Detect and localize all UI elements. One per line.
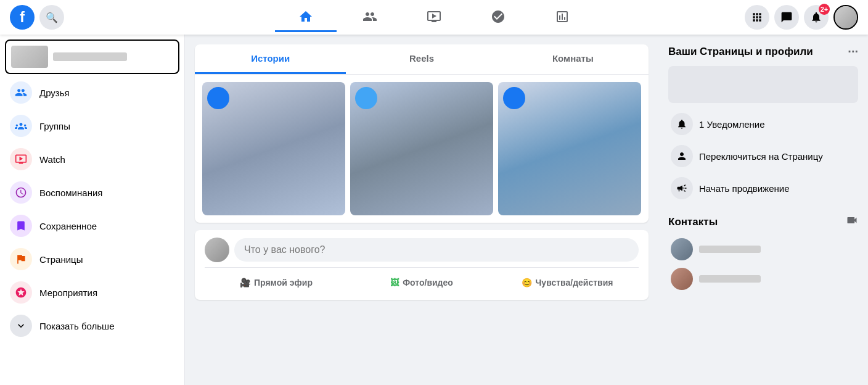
nav-tab-groups[interactable]: [467, 2, 529, 32]
sidebar-memories-label: Воспоминания: [39, 188, 102, 198]
main-layout: Друзья Группы Watch Воспоминания Сохране: [0, 35, 868, 385]
notification-badge: 2+: [819, 4, 830, 15]
sidebar-watch-label: Watch: [39, 154, 65, 165]
tab-reels[interactable]: Reels: [346, 44, 497, 74]
main-feed: Истории Reels Комнаты: [185, 35, 658, 385]
sidebar-item-pages[interactable]: Страницы: [5, 243, 179, 275]
contacts-video-icon[interactable]: [846, 214, 858, 230]
sidebar-more-label: Показать больше: [39, 321, 114, 331]
right-panel: Ваши Страницы и профили ··· 1 Уведомлени…: [658, 35, 868, 385]
contacts-section: Контакты: [668, 214, 858, 294]
top-navigation: f 🔍 2+: [0, 0, 868, 35]
notifications-menu-item[interactable]: 1 Уведомление: [668, 108, 858, 140]
more-icon: [10, 315, 32, 337]
nav-tab-friends[interactable]: [339, 2, 401, 32]
stories-card: Истории Reels Комнаты: [195, 44, 649, 223]
sidebar-saved-label: Сохраненное: [39, 221, 97, 231]
nav-tab-watch[interactable]: [403, 2, 465, 32]
post-box-card: 🎥 Прямой эфир 🖼 Фото/видео 😊 Чувства/дей…: [195, 230, 649, 300]
story-avatar-2: [355, 87, 377, 109]
sidebar-item-friends[interactable]: Друзья: [5, 77, 179, 109]
search-icon: 🔍: [46, 12, 58, 23]
sidebar-profile[interactable]: [5, 39, 179, 74]
nav-tab-home[interactable]: [275, 2, 337, 32]
contact-name-2: [699, 275, 761, 283]
user-avatar-button[interactable]: [833, 5, 858, 30]
nav-right: 2+: [673, 5, 858, 30]
story-item-2[interactable]: [350, 82, 493, 215]
photo-video-button[interactable]: 🖼 Фото/видео: [350, 273, 493, 292]
promote-menu-item[interactable]: Начать продвижение: [668, 172, 858, 204]
feeling-icon: 😊: [522, 278, 532, 288]
sidebar-item-saved[interactable]: Сохраненное: [5, 210, 179, 242]
sidebar-item-show-more[interactable]: Показать больше: [5, 310, 179, 342]
switch-profile-menu-item[interactable]: Переключиться на Страницу: [668, 140, 858, 172]
watch-icon: [10, 148, 32, 170]
avatar-image: [835, 6, 857, 28]
notifications-button[interactable]: 2+: [804, 5, 829, 30]
contact-avatar-2: [671, 268, 693, 290]
nav-left: f 🔍: [10, 5, 195, 30]
grid-menu-button[interactable]: [745, 5, 769, 30]
sidebar-friends-label: Друзья: [39, 88, 70, 98]
switch-label: Переключиться на Страницу: [699, 151, 823, 162]
notifications-label: 1 Уведомление: [699, 119, 765, 130]
promote-icon: [671, 177, 693, 199]
story-avatar-1: [207, 87, 229, 109]
live-icon: 🎥: [240, 278, 250, 288]
post-actions: 🎥 Прямой эфир 🖼 Фото/видео 😊 Чувства/дей…: [205, 267, 639, 292]
page-preview-image: [668, 66, 858, 103]
sidebar-avatar: [11, 46, 48, 68]
feeling-label: Чувства/действия: [536, 278, 613, 288]
messenger-button[interactable]: [774, 5, 799, 30]
stories-images: [195, 75, 649, 223]
stories-tabs: Истории Reels Комнаты: [195, 44, 649, 75]
post-box-top: [205, 238, 639, 262]
sidebar-groups-label: Группы: [39, 121, 70, 131]
switch-icon: [671, 145, 693, 167]
contacts-title: Контакты: [668, 216, 718, 228]
sidebar-events-label: Мероприятия: [39, 288, 97, 298]
tab-rooms[interactable]: Комнаты: [497, 44, 649, 74]
contact-name-1: [699, 246, 761, 253]
pages-section-title: Ваши Страницы и профили: [668, 46, 813, 58]
sidebar-item-memories[interactable]: Воспоминания: [5, 176, 179, 209]
tab-stories[interactable]: Истории: [195, 44, 346, 74]
saved-icon: [10, 215, 32, 237]
contact-avatar-1: [671, 238, 693, 260]
post-box: 🎥 Прямой эфир 🖼 Фото/видео 😊 Чувства/дей…: [195, 230, 649, 300]
contact-item-2[interactable]: [668, 264, 858, 294]
groups-icon: [10, 115, 32, 137]
live-button[interactable]: 🎥 Прямой эфир: [205, 273, 348, 292]
sidebar: Друзья Группы Watch Воспоминания Сохране: [0, 35, 185, 385]
pages-section-header: Ваши Страницы и профили ···: [668, 44, 858, 59]
pages-icon: [10, 248, 32, 270]
story-avatar-3: [503, 87, 525, 109]
story-item-1[interactable]: [202, 82, 345, 215]
events-icon: [10, 281, 32, 304]
search-button[interactable]: 🔍: [39, 5, 64, 30]
sidebar-user-name: [53, 52, 127, 61]
live-label: Прямой эфир: [254, 278, 313, 288]
nav-tabs: [195, 2, 673, 32]
sidebar-item-watch[interactable]: Watch: [5, 143, 179, 175]
memories-icon: [10, 181, 32, 204]
contact-item-1[interactable]: [668, 234, 858, 264]
feeling-button[interactable]: 😊 Чувства/действия: [496, 273, 639, 292]
story-item-3[interactable]: [498, 82, 641, 215]
facebook-logo: f: [10, 5, 35, 30]
nav-tab-marketplace[interactable]: [531, 2, 593, 32]
friends-icon: [10, 81, 32, 104]
promote-label: Начать продвижение: [699, 183, 789, 194]
sidebar-item-groups[interactable]: Группы: [5, 110, 179, 142]
photo-icon: 🖼: [390, 278, 399, 288]
sidebar-pages-label: Страницы: [39, 254, 83, 265]
pages-more-button[interactable]: ···: [848, 44, 858, 59]
post-input[interactable]: [234, 238, 639, 262]
sidebar-item-events[interactable]: Мероприятия: [5, 276, 179, 308]
photo-label: Фото/видео: [403, 278, 453, 288]
contacts-header: Контакты: [668, 214, 858, 230]
notification-icon: [671, 113, 693, 135]
post-user-avatar: [205, 238, 229, 262]
